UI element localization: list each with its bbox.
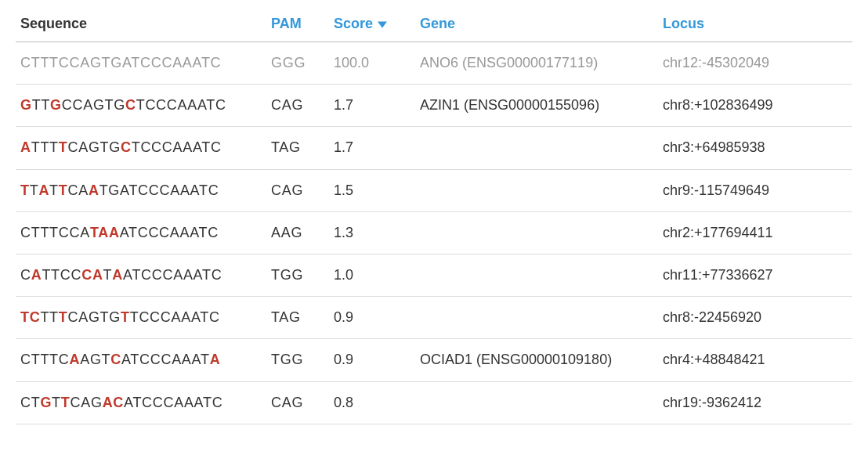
mismatch-base: T xyxy=(59,182,68,198)
mismatch-base: A xyxy=(210,352,221,367)
score-cell: 1.3 xyxy=(329,211,415,254)
gene-cell: ANO6 (ENSG00000177119) xyxy=(415,42,658,85)
pam-cell: AAG xyxy=(266,211,329,254)
mismatch-base: G xyxy=(40,395,52,410)
gene-cell xyxy=(415,381,658,424)
score-cell: 100.0 xyxy=(329,42,415,85)
mismatch-base: TAA xyxy=(90,225,120,240)
locus-cell: chr12:-45302049 xyxy=(658,42,852,85)
locus-cell: chr9:-115749649 xyxy=(658,169,852,211)
table-row: CATTCCCATAATCCCAAATCTGG1.0chr11:+7733662… xyxy=(16,254,852,296)
mismatch-base: T xyxy=(20,182,30,198)
mismatch-base: A xyxy=(69,352,80,367)
score-cell: 1.7 xyxy=(329,127,415,169)
pam-cell: CAG xyxy=(266,85,329,127)
column-header-pam[interactable]: PAM xyxy=(266,8,329,42)
gene-cell: AZIN1 (ENSG00000155096) xyxy=(415,85,658,127)
mismatch-base: A xyxy=(20,139,31,155)
sequence-cell: CATTCCCATAATCCCAAATC xyxy=(16,254,266,296)
column-header-locus[interactable]: Locus xyxy=(658,8,852,42)
score-cell: 1.5 xyxy=(329,169,415,211)
pam-cell: GGG xyxy=(266,42,329,85)
sequence-cell: CTTTCCAGTGATCCCAAATC xyxy=(16,42,266,85)
table-row: CTTTCCAGTGATCCCAAATCGGG100.0ANO6 (ENSG00… xyxy=(16,42,852,85)
mismatch-base: T xyxy=(121,309,130,325)
column-header-gene[interactable]: Gene xyxy=(415,8,658,42)
table-row: CTTTCAAGTCATCCCAAATATGG0.9OCIAD1 (ENSG00… xyxy=(16,339,852,381)
gene-cell: OCIAD1 (ENSG00000109180) xyxy=(415,339,658,381)
mismatch-base: TC xyxy=(20,309,40,325)
mismatch-base: C xyxy=(125,97,136,113)
locus-cell: chr8:+102836499 xyxy=(658,85,852,127)
offtarget-table: Sequence PAM Score Gene Locus CTTTCCAGTG… xyxy=(16,8,852,424)
sequence-cell: CTTTCCATAAATCCCAAATC xyxy=(16,211,266,254)
table-row: ATTTTCAGTGCTCCCAAATCTAG1.7chr3:+64985938 xyxy=(16,127,852,169)
locus-cell: chr2:+177694411 xyxy=(658,211,852,254)
column-header-sequence: Sequence xyxy=(16,8,266,42)
table-row: CTGTTCAGACATCCCAAATCCAG0.8chr19:-9362412 xyxy=(16,381,852,424)
mismatch-base: T xyxy=(59,139,68,155)
pam-cell: TAG xyxy=(266,127,329,169)
score-cell: 0.8 xyxy=(329,381,415,424)
sequence-cell: CTTTCAAGTCATCCCAAATA xyxy=(16,339,266,381)
table-row: GTTGCCAGTGCTCCCAAATCCAG1.7AZIN1 (ENSG000… xyxy=(16,85,852,127)
pam-cell: TGG xyxy=(266,339,329,381)
mismatch-base: C xyxy=(121,139,132,155)
sort-desc-icon xyxy=(378,20,387,29)
table-row: TTATTCAATGATCCCAAATCCAG1.5chr9:-11574964… xyxy=(16,169,852,211)
locus-cell: chr19:-9362412 xyxy=(658,381,852,424)
mismatch-base: T xyxy=(59,309,68,325)
score-cell: 1.7 xyxy=(329,85,415,127)
sequence-cell: GTTGCCAGTGCTCCCAAATC xyxy=(16,85,266,127)
sequence-cell: CTGTTCAGACATCCCAAATC xyxy=(16,381,266,424)
table-row: TCTTTCAGTGTTCCCAAATCTAG0.9chr8:-22456920 xyxy=(16,297,852,339)
locus-cell: chr3:+64985938 xyxy=(658,127,852,169)
mismatch-base: CA xyxy=(81,267,103,283)
pam-cell: CAG xyxy=(266,381,329,424)
pam-cell: TAG xyxy=(266,297,329,339)
mismatch-base: T xyxy=(61,395,71,410)
score-cell: 1.0 xyxy=(329,254,415,296)
gene-cell xyxy=(415,127,658,169)
table-header-row: Sequence PAM Score Gene Locus xyxy=(16,8,852,42)
score-cell: 0.9 xyxy=(329,339,415,381)
mismatch-base: G xyxy=(50,97,62,113)
score-cell: 0.9 xyxy=(329,297,415,339)
locus-cell: chr8:-22456920 xyxy=(658,297,852,339)
gene-cell xyxy=(415,254,658,296)
gene-cell xyxy=(415,169,658,211)
sequence-cell: TCTTTCAGTGTTCCCAAATC xyxy=(16,297,266,339)
sequence-cell: ATTTTCAGTGCTCCCAAATC xyxy=(16,127,266,169)
gene-cell xyxy=(415,211,658,254)
pam-cell: CAG xyxy=(266,169,329,211)
mismatch-base: A xyxy=(89,182,99,198)
mismatch-base: C xyxy=(110,352,121,367)
gene-cell xyxy=(415,297,658,339)
sequence-cell: TTATTCAATGATCCCAAATC xyxy=(16,169,266,211)
mismatch-base: G xyxy=(20,97,32,113)
table-row: CTTTCCATAAATCCCAAATCAAG1.3chr2:+17769441… xyxy=(16,211,852,254)
locus-cell: chr11:+77336627 xyxy=(658,254,852,296)
pam-cell: TGG xyxy=(266,254,329,296)
mismatch-base: A xyxy=(38,182,49,198)
mismatch-base: AC xyxy=(103,395,124,410)
mismatch-base: A xyxy=(112,267,123,283)
locus-cell: chr4:+48848421 xyxy=(658,339,852,381)
mismatch-base: A xyxy=(31,267,42,283)
column-header-score[interactable]: Score xyxy=(329,8,415,42)
